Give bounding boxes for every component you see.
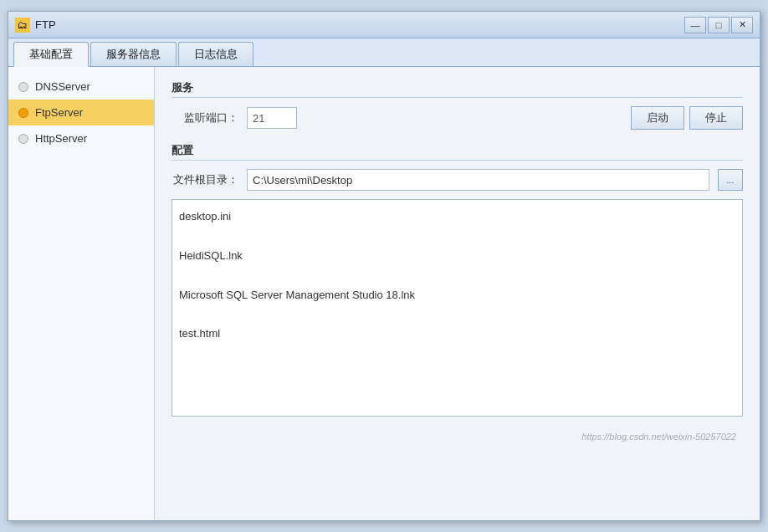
config-section-title: 配置 bbox=[172, 143, 743, 161]
sidebar-ftpserver-label: FtpServer bbox=[35, 106, 83, 119]
sidebar: DNSServer FtpServer HttpServer bbox=[8, 67, 155, 520]
root-dir-row: 文件根目录： ... bbox=[172, 169, 743, 191]
sidebar-item-dnsserver[interactable]: DNSServer bbox=[8, 74, 154, 100]
sidebar-httpserver-label: HttpServer bbox=[35, 132, 87, 145]
tab-log-info[interactable]: 日志信息 bbox=[178, 42, 253, 66]
config-section: 配置 文件根目录： ... desktop.ini HeidiSQL.lnk M… bbox=[172, 143, 743, 417]
http-status-dot bbox=[18, 134, 28, 144]
titlebar-left: 🗂 FTP bbox=[15, 18, 56, 33]
stop-button[interactable]: 停止 bbox=[689, 106, 743, 130]
close-button[interactable]: ✕ bbox=[731, 17, 753, 33]
service-buttons: 启动 停止 bbox=[631, 106, 743, 130]
file-item-1: desktop.ini bbox=[179, 207, 735, 226]
file-item-4: test.html bbox=[179, 324, 735, 343]
window-title: FTP bbox=[35, 18, 56, 31]
root-dir-label: 文件根目录： bbox=[172, 172, 238, 187]
start-button[interactable]: 启动 bbox=[631, 106, 684, 130]
titlebar-buttons: — □ ✕ bbox=[684, 17, 753, 33]
sidebar-item-ftpserver[interactable]: FtpServer bbox=[8, 100, 154, 125]
tab-server-info[interactable]: 服务器信息 bbox=[90, 42, 177, 66]
port-label: 监听端口： bbox=[172, 110, 238, 125]
content-area: 服务 监听端口： 启动 停止 配置 文件根目录： ... bbox=[155, 67, 760, 520]
file-item-3: Microsoft SQL Server Management Studio 1… bbox=[179, 285, 735, 304]
file-item-2: HeidiSQL.lnk bbox=[179, 246, 735, 265]
tab-bar: 基础配置 服务器信息 日志信息 bbox=[8, 38, 760, 67]
main-window: 🗂 FTP — □ ✕ 基础配置 服务器信息 日志信息 DNSServer Ft… bbox=[8, 11, 760, 521]
minimize-button[interactable]: — bbox=[684, 17, 706, 33]
tab-basic-config[interactable]: 基础配置 bbox=[13, 42, 89, 67]
app-icon: 🗂 bbox=[15, 18, 30, 33]
ftp-status-dot bbox=[18, 108, 28, 118]
sidebar-item-httpserver[interactable]: HttpServer bbox=[8, 125, 154, 151]
port-row: 监听端口： 启动 停止 bbox=[172, 106, 743, 130]
maximize-button[interactable]: □ bbox=[708, 17, 730, 33]
watermark: https://blog.csdn.net/weixin-50257022 bbox=[172, 430, 743, 443]
titlebar: 🗂 FTP — □ ✕ bbox=[8, 12, 760, 38]
main-content: DNSServer FtpServer HttpServer 服务 监听端口： bbox=[8, 67, 760, 520]
port-input[interactable] bbox=[247, 107, 297, 129]
sidebar-dnsserver-label: DNSServer bbox=[35, 80, 90, 93]
service-section-title: 服务 bbox=[172, 80, 743, 98]
dns-status-dot bbox=[18, 82, 28, 92]
root-dir-input[interactable] bbox=[247, 169, 709, 191]
browse-button[interactable]: ... bbox=[718, 169, 743, 191]
file-list: desktop.ini HeidiSQL.lnk Microsoft SQL S… bbox=[172, 199, 743, 417]
service-section: 服务 监听端口： 启动 停止 bbox=[172, 80, 743, 130]
